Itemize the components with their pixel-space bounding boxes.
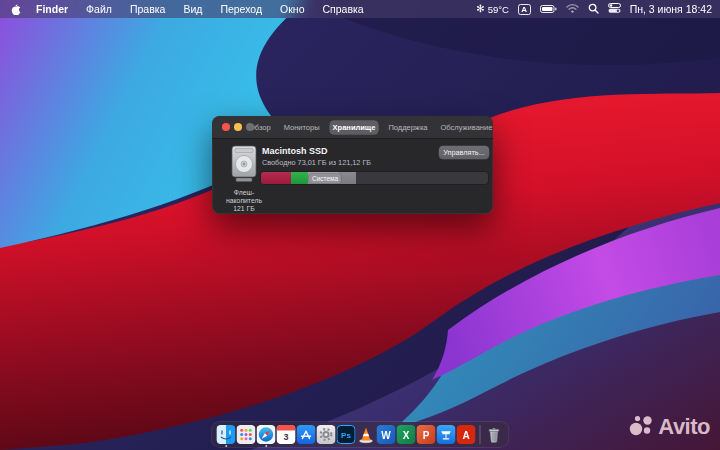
storage-usage-bar: Система (261, 172, 488, 184)
close-button[interactable] (222, 123, 230, 131)
hard-drive-icon[interactable] (229, 169, 259, 186)
dock-finder-icon[interactable] (217, 425, 236, 444)
avito-watermark: Avito (628, 412, 710, 442)
menu-item-window[interactable]: Окно (271, 0, 313, 18)
dock-app-store-icon[interactable] (297, 425, 316, 444)
menu-bar: Finder Файл Правка Вид Переход Окно Спра… (0, 0, 720, 18)
dock-launchpad-icon[interactable] (237, 425, 256, 444)
storage-segment-1 (261, 172, 291, 184)
control-center-icon[interactable] (608, 3, 621, 15)
minimize-button[interactable] (234, 123, 242, 131)
watermark-text: Avito (658, 414, 710, 440)
avito-logo-icon (628, 412, 654, 442)
dock-vlc-icon[interactable] (357, 425, 376, 444)
tab-displays[interactable]: Мониторы (281, 121, 323, 134)
menu-item-edit[interactable]: Правка (121, 0, 174, 18)
dock-trash-icon[interactable] (485, 425, 504, 444)
zoom-button-disabled (246, 123, 254, 131)
menu-item-finder[interactable]: Finder (27, 0, 77, 18)
keyboard-layout-icon[interactable]: A (518, 4, 531, 15)
storage-pane: Флеш- накопитель 121 ГБ Macintosh SSD Св… (212, 139, 493, 214)
tab-storage[interactable]: Хранилище (330, 121, 379, 134)
temperature-status[interactable]: ✻ 59°C (476, 4, 509, 15)
dock-photoshop-icon[interactable]: Ps (337, 425, 356, 444)
svg-text:W: W (381, 430, 391, 441)
running-indicator (225, 445, 228, 448)
window-titlebar[interactable]: Обзор Мониторы Хранилище Поддержка Обслу… (212, 116, 493, 139)
storage-segment-other (339, 172, 356, 184)
apple-menu-icon[interactable] (10, 3, 21, 16)
system-segment-label: Система (309, 174, 341, 183)
tab-service[interactable]: Обслуживание (438, 121, 496, 134)
dock-safari-icon[interactable] (257, 425, 276, 444)
dock-system-preferences-icon[interactable] (317, 425, 336, 444)
menu-item-file[interactable]: Файл (77, 0, 121, 18)
dock-word-icon[interactable]: W (377, 425, 396, 444)
dock: 3 Ps (212, 422, 509, 447)
menu-item-go[interactable]: Переход (211, 0, 271, 18)
manage-button[interactable]: Управлять... (439, 146, 489, 159)
drive-label: Флеш- накопитель 121 ГБ (225, 189, 263, 213)
menu-item-help[interactable]: Справка (314, 0, 373, 18)
svg-text:X: X (403, 430, 410, 441)
temperature-value: 59°C (488, 4, 509, 15)
storage-segment-2 (291, 172, 308, 184)
wifi-icon[interactable] (566, 3, 579, 15)
dock-excel-icon[interactable]: X (397, 425, 416, 444)
tab-support[interactable]: Поддержка (385, 121, 430, 134)
menubar-clock[interactable]: Пн, 3 июня 18:42 (630, 3, 712, 15)
window-tabs: Обзор Мониторы Хранилище Поддержка Обслу… (212, 121, 495, 134)
svg-text:A: A (462, 430, 469, 441)
svg-text:3: 3 (283, 432, 288, 442)
running-indicator (265, 445, 268, 448)
svg-text:P: P (423, 430, 430, 441)
dock-acrobat-icon[interactable]: A (457, 425, 476, 444)
svg-text:Ps: Ps (341, 431, 351, 440)
dock-divider (480, 425, 481, 444)
dock-calendar-icon[interactable]: 3 (277, 425, 296, 444)
menu-item-view[interactable]: Вид (174, 0, 211, 18)
wallpaper-big-sur (0, 0, 720, 450)
battery-icon[interactable] (540, 3, 557, 15)
about-this-mac-window: Обзор Мониторы Хранилище Поддержка Обслу… (212, 116, 493, 214)
dock-powerpoint-icon[interactable]: P (417, 425, 436, 444)
search-icon[interactable] (588, 3, 599, 16)
free-space-text: Свободно 73,01 ГБ из 121,12 ГБ (262, 158, 371, 167)
dock-keynote-icon[interactable] (437, 425, 456, 444)
fan-icon: ✻ (476, 4, 484, 14)
volume-name: Macintosh SSD (262, 146, 328, 156)
